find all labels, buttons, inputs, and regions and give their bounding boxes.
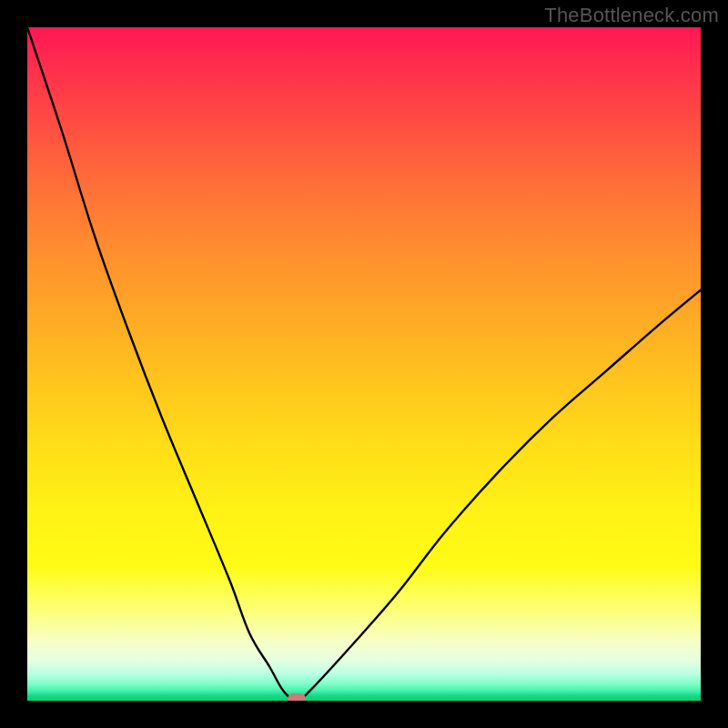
minimum-marker	[288, 693, 306, 701]
bottleneck-curve	[27, 27, 701, 701]
watermark-text: TheBottleneck.com	[544, 4, 719, 27]
plot-area	[27, 27, 701, 701]
chart-frame: TheBottleneck.com	[0, 0, 728, 728]
